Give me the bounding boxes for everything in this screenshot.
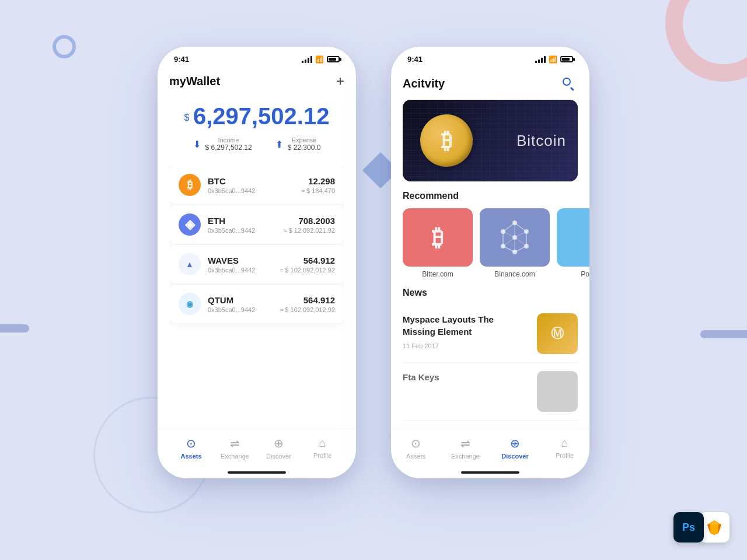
btc-logo: ₿ <box>179 174 201 196</box>
right-phone-content: Acitvity ₿ Bitcoin Recommend <box>391 68 589 478</box>
balance-display: $ 6,297,502.12 <box>169 103 344 130</box>
time-right: 9:41 <box>407 55 423 64</box>
nav-discover-left[interactable]: ⊕ Discover <box>261 436 296 460</box>
waves-logo: ▲ <box>179 253 201 275</box>
discover-label-right: Discover <box>501 453 528 460</box>
qtum-amount: 564.912 <box>280 295 335 305</box>
news-section: Myspace Layouts The Missing Element 11 F… <box>391 305 589 429</box>
waves-address: 0x3b5ca0...9442 <box>208 267 280 274</box>
balance-amount: 6,297,502.12 <box>193 103 330 129</box>
profile-label-right: Profile <box>556 452 574 459</box>
nav-profile-right[interactable]: ⌂ Profile <box>547 436 582 460</box>
eth-info: ETH 0x3b5ca0...9442 <box>208 216 283 234</box>
nav-assets-left[interactable]: ⊙ Assets <box>174 436 209 460</box>
waves-usd: ≈ $ 102,092,012.92 <box>280 267 335 274</box>
expense-label: Expense <box>288 136 321 144</box>
crypto-list: ₿ BTC 0x3b5ca0...9442 12.298 ≈ $ 184,470… <box>169 166 344 429</box>
activity-title: Acitvity <box>403 77 445 90</box>
left-phone: 9:41 📶 myWallet + <box>158 47 356 478</box>
eth-usd: ≈ $ 12,092,021.92 <box>283 227 335 234</box>
recommend-binance[interactable]: Binance.com <box>480 208 550 278</box>
crypto-item-qtum[interactable]: ◉ QTUM 0x3b5ca0...9442 564.912 ≈ $ 102,0… <box>169 285 344 323</box>
bitcoin-banner: ₿ Bitcoin <box>403 100 578 181</box>
eth-amounts: 708.2003 ≈ $ 12,092,021.92 <box>283 216 335 234</box>
expense-icon: ⬆ <box>275 139 283 150</box>
wifi-icon-right: 📶 <box>549 55 557 64</box>
waves-amount: 564.912 <box>280 256 335 265</box>
exchange-label-right: Exchange <box>451 453 480 460</box>
assets-label-right: Assets <box>406 453 425 460</box>
nav-discover-right[interactable]: ⊕ Discover <box>498 436 533 460</box>
bitcoin-coin: ₿ <box>420 114 473 167</box>
home-indicator-left <box>169 471 344 478</box>
bottom-nav-left: ⊙ Assets ⇌ Exchange ⊕ Discover ⌂ Profile <box>158 429 356 471</box>
nav-profile-left[interactable]: ⌂ Profile <box>305 436 340 460</box>
svg-line-18 <box>503 232 515 237</box>
crypto-item-btc[interactable]: ₿ BTC 0x3b5ca0...9442 12.298 ≈ $ 184,470 <box>169 166 344 204</box>
expense-value: $ 22,300.0 <box>288 144 321 152</box>
svg-line-17 <box>503 237 515 246</box>
qtum-name: QTUM <box>208 295 280 305</box>
search-button[interactable] <box>559 74 578 93</box>
search-icon <box>563 78 574 89</box>
qtum-amounts: 564.912 ≈ $ 102,092,012.92 <box>280 295 335 313</box>
polone-label: Polone <box>581 270 589 278</box>
bitter-label: Bitter.com <box>422 270 453 278</box>
news-content-1: Myspace Layouts The Missing Element 11 F… <box>403 313 537 349</box>
svg-marker-22 <box>718 524 721 533</box>
svg-line-7 <box>515 223 526 232</box>
nav-assets-right[interactable]: ⊙ Assets <box>399 436 434 460</box>
svg-line-12 <box>503 223 515 232</box>
eth-logo: ◈ <box>179 214 201 236</box>
news-thumb-1: Ⓜ <box>537 313 578 354</box>
recommend-polone[interactable]: Polone <box>557 208 589 278</box>
news-item-1[interactable]: Myspace Layouts The Missing Element 11 F… <box>403 305 578 363</box>
news-content-2: Fta Keys <box>403 371 537 388</box>
expense-stat: ⬆ Expense $ 22,300.0 <box>275 136 321 152</box>
binance-label: Binance.com <box>494 270 535 278</box>
income-label: Income <box>205 136 252 144</box>
income-details: Income $ 6,297,502.12 <box>205 136 252 152</box>
assets-icon-right: ⊙ <box>411 436 421 450</box>
income-value: $ 6,297,502.12 <box>205 144 252 152</box>
add-wallet-button[interactable]: + <box>336 74 344 88</box>
signal-icon-right <box>535 56 546 63</box>
exchange-icon: ⇌ <box>230 436 240 450</box>
svg-line-10 <box>503 246 515 252</box>
status-icons-left: 📶 <box>302 55 340 64</box>
profile-icon: ⌂ <box>319 436 326 450</box>
qtum-logo: ◉ <box>179 293 201 315</box>
bottom-nav-right: ⊙ Assets ⇌ Exchange ⊕ Discover ⌂ Profile <box>391 429 589 471</box>
profile-label: Profile <box>313 452 331 459</box>
recommend-bitter[interactable]: ₿ Bitter.com <box>403 208 473 278</box>
waves-name: WAVES <box>208 256 280 265</box>
news-title: News <box>391 288 589 298</box>
bg-decoration-bar-left <box>0 324 29 332</box>
assets-icon: ⊙ <box>186 436 196 450</box>
nav-exchange-left[interactable]: ⇌ Exchange <box>218 436 253 460</box>
svg-line-15 <box>515 237 526 246</box>
binance-image <box>480 208 550 267</box>
btc-address: 0x3b5ca0...9442 <box>208 187 301 194</box>
photoshop-logo: Ps <box>673 512 704 542</box>
eth-amount: 708.2003 <box>283 216 335 226</box>
signal-icon <box>302 56 312 63</box>
bg-decoration-circle <box>53 35 76 58</box>
right-phone: 9:41 📶 Acitvity <box>391 47 589 478</box>
network-svg <box>494 217 535 258</box>
nav-exchange-right[interactable]: ⇌ Exchange <box>448 436 483 460</box>
balance-stats: ⬇ Income $ 6,297,502.12 ⬆ Expense $ 22,3… <box>169 136 344 152</box>
news-item-2[interactable]: Fta Keys <box>403 363 578 421</box>
crypto-item-eth[interactable]: ◈ ETH 0x3b5ca0...9442 708.2003 ≈ $ 12,09… <box>169 205 344 244</box>
phones-container: 9:41 📶 myWallet + <box>158 47 589 478</box>
news-title-2: Fta Keys <box>403 371 528 383</box>
crypto-item-waves[interactable]: ▲ WAVES 0x3b5ca0...9442 564.912 ≈ $ 102,… <box>169 245 344 284</box>
news-thumb-2 <box>537 371 578 412</box>
waves-info: WAVES 0x3b5ca0...9442 <box>208 256 280 274</box>
battery-icon <box>327 56 340 62</box>
qtum-address: 0x3b5ca0...9442 <box>208 306 280 313</box>
news-date-1: 11 Feb 2017 <box>403 342 528 349</box>
balance-section: $ 6,297,502.12 ⬇ Income $ 6,297,502.12 ⬆ <box>169 97 344 166</box>
time-left: 9:41 <box>174 55 189 64</box>
bitcoin-text: Bitcoin <box>516 132 566 150</box>
